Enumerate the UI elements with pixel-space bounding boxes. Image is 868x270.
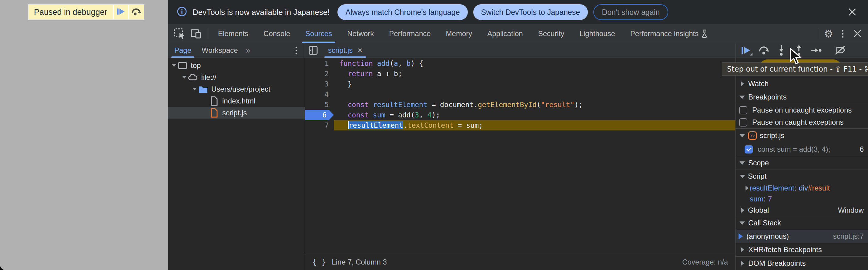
navigator-menu-icon[interactable]	[289, 47, 303, 54]
script-file-icon: ‹›	[748, 131, 757, 140]
section-dom-breakpoints[interactable]: DOM Breakpoints	[736, 257, 868, 270]
tab-memory[interactable]: Memory	[438, 24, 480, 43]
tree-item-top[interactable]: top	[168, 59, 305, 71]
line-number[interactable]: 5	[305, 99, 334, 110]
tab-network[interactable]: Network	[340, 24, 381, 43]
var-value: 7	[768, 195, 772, 203]
settings-gear-icon[interactable]: ⚙	[821, 28, 836, 40]
more-tabs-chevron-icon[interactable]: »	[244, 46, 252, 55]
deactivate-breakpoints-button[interactable]	[832, 44, 848, 57]
scope-global-group[interactable]: Global Window	[736, 205, 868, 216]
tab-application[interactable]: Application	[479, 24, 530, 43]
tab-page[interactable]: Page	[169, 43, 196, 58]
line-number[interactable]: 2	[305, 68, 334, 79]
expanded-arrow-icon[interactable]	[181, 76, 188, 79]
collapsed-arrow-icon	[740, 208, 745, 213]
tab-label: Console	[264, 29, 290, 38]
code-line-1[interactable]: 1function add(a, b) {	[305, 58, 735, 68]
code-line-text: function add(a, b) {	[334, 58, 735, 68]
tab-security[interactable]: Security	[531, 24, 572, 43]
info-icon	[177, 6, 187, 18]
tree-item-users-user-project[interactable]: Users/user/project	[168, 83, 305, 95]
tab-workspace[interactable]: Workspace	[197, 43, 243, 58]
cloud-icon	[188, 73, 198, 81]
breakpoint-checkbox[interactable]	[745, 145, 753, 153]
scope-global-label: Global	[748, 206, 769, 214]
code-line-5[interactable]: 5 const resultElement = document.getElem…	[305, 99, 735, 110]
tab-performance-insights[interactable]: Performance insights	[623, 24, 717, 43]
breakpoint-badge[interactable]: 6	[305, 110, 334, 120]
section-xhr-breakpoints[interactable]: XHR/fetch Breakpoints	[736, 243, 868, 256]
always-match-language-button[interactable]: Always match Chrome's language	[337, 4, 467, 20]
code-line-3[interactable]: 3 }	[305, 79, 735, 89]
code-line-2[interactable]: 2 return a + b;	[305, 68, 735, 79]
line-number[interactable]: 3	[305, 79, 334, 89]
pause-caught-row[interactable]: Pause on caught exceptions	[736, 116, 868, 128]
tree-item-index-html[interactable]: index.html	[168, 95, 305, 107]
resume-script-button[interactable]	[113, 5, 128, 20]
step-over-button[interactable]	[755, 44, 772, 57]
breakpoint-group-scriptjs[interactable]: ‹› script.js	[736, 129, 868, 143]
expanded-arrow-icon[interactable]	[171, 64, 177, 67]
tab-console[interactable]: Console	[256, 24, 298, 43]
toggle-navigator-panel-button[interactable]	[305, 45, 321, 56]
scope-script-group[interactable]: Script	[736, 170, 868, 183]
expanded-arrow-icon[interactable]	[191, 87, 198, 91]
resume-button[interactable]	[738, 44, 754, 57]
code-line-6[interactable]: 6 const sum = add(3, 4);	[305, 110, 735, 120]
tree-item-file-[interactable]: file://	[168, 71, 305, 83]
device-toolbar-icon	[190, 28, 202, 40]
expanded-arrow-icon	[739, 221, 745, 225]
editor-tab-scriptjs[interactable]: script.js ×	[321, 43, 369, 58]
step-icon	[811, 46, 822, 55]
inspect-element-button[interactable]	[171, 24, 188, 43]
tree-item-label: Users/user/project	[211, 85, 271, 93]
expanded-arrow-icon	[739, 134, 745, 138]
step-button[interactable]	[808, 44, 825, 57]
pause-caught-label: Pause on caught exceptions	[752, 118, 844, 126]
collapsed-arrow-icon	[739, 261, 745, 266]
deactivate-breakpoints-icon	[834, 45, 846, 56]
pause-uncaught-row[interactable]: Pause on uncaught exceptions	[736, 104, 868, 116]
breakpoint-line-number: 6	[860, 145, 864, 153]
toggle-device-toolbar-button[interactable]	[188, 24, 204, 43]
devtools-window: DevTools is now available in Japanese! A…	[168, 0, 868, 270]
call-stack-frame[interactable]: (anonymous) script.js:7	[736, 230, 868, 243]
devtools-close-button[interactable]	[849, 24, 866, 43]
pretty-print-icon[interactable]: { }	[312, 258, 326, 266]
pause-uncaught-checkbox[interactable]	[739, 106, 747, 114]
navigator-toolbar: Page Workspace »	[168, 43, 305, 58]
scope-var-resultelement[interactable]: resultElement:div#result	[736, 183, 868, 193]
tab-label: Performance insights	[630, 29, 699, 38]
breakpoint-entry[interactable]: const sum = add(3, 4); 6	[736, 143, 868, 156]
code-line-4[interactable]: 4	[305, 89, 735, 99]
pause-caught-checkbox[interactable]	[739, 118, 747, 126]
code-area[interactable]: 1function add(a, b) {2 return a + b;3 }4…	[305, 58, 735, 254]
scope-var-sum[interactable]: sum:7	[736, 193, 868, 205]
switch-to-japanese-button[interactable]: Switch DevTools to Japanese	[473, 4, 588, 20]
step-over-icon	[131, 7, 142, 17]
breakpoints-label: Breakpoints	[748, 93, 787, 101]
section-call-stack[interactable]: Call Stack	[736, 216, 868, 230]
line-number[interactable]: 7	[305, 120, 334, 130]
step-over-button[interactable]	[128, 5, 144, 20]
tab-performance[interactable]: Performance	[381, 24, 438, 43]
notification-bar: DevTools is now available in Japanese! A…	[168, 0, 868, 24]
tab-close-icon[interactable]: ×	[358, 46, 362, 55]
step-into-button[interactable]	[773, 44, 789, 57]
step-into-icon	[776, 44, 787, 56]
section-watch[interactable]: Watch	[736, 77, 868, 90]
notification-close-button[interactable]	[845, 5, 859, 19]
code-line-7[interactable]: 7 resultElement.textContent = sum;	[305, 120, 735, 130]
tab-sources[interactable]: Sources	[298, 24, 340, 43]
more-options-icon[interactable]	[836, 24, 849, 43]
section-scope[interactable]: Scope	[736, 156, 868, 170]
tab-elements[interactable]: Elements	[210, 24, 256, 43]
section-breakpoints[interactable]: Breakpoints	[736, 90, 868, 104]
tree-item-label: index.html	[222, 97, 255, 105]
dont-show-again-button[interactable]: Don't show again	[593, 4, 668, 20]
line-number[interactable]: 1	[305, 58, 334, 68]
tab-lighthouse[interactable]: Lighthouse	[572, 24, 622, 43]
tree-item-script-js[interactable]: script.js	[168, 107, 305, 119]
line-number[interactable]: 4	[305, 89, 334, 99]
